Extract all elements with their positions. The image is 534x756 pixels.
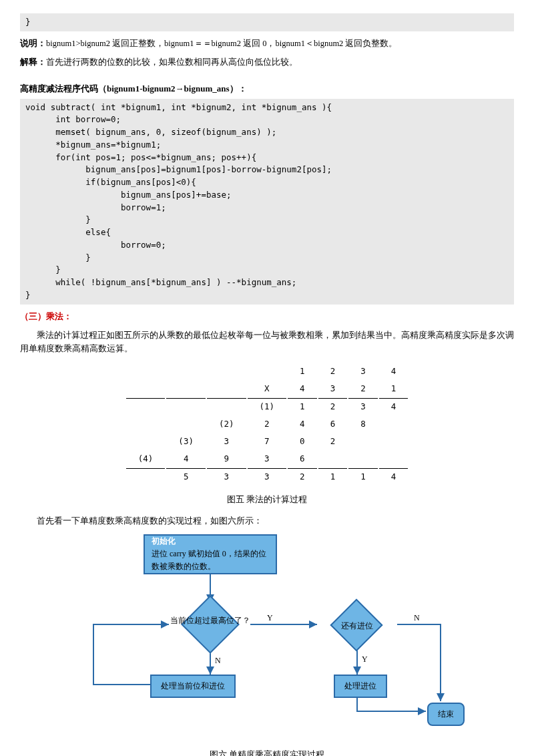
table-row: X4321: [126, 381, 408, 397]
label-y-2: Y: [362, 653, 368, 666]
table-row: (1)1234: [126, 398, 408, 415]
label-n-2: N: [414, 612, 420, 624]
section-subtract-title: 高精度减法程序代码（bignum1-bignum2→bignum_ans）：: [20, 82, 514, 96]
flow-init-box: 初始化 进位 carry 赋初始值 0，结果的位数被乘数的位数。: [144, 534, 277, 574]
table-row: (4)4936: [126, 451, 408, 467]
figure-5-caption: 图五 乘法的计算过程: [20, 493, 514, 506]
table-row: (3)3702: [126, 433, 408, 449]
note-label-2: 解释：: [20, 57, 46, 67]
mult-paragraph-2: 首先看一下单精度数乘高精度数的实现过程，如图六所示：: [20, 514, 514, 528]
note-shuoming: 说明：bignum1>bignum2 返回正整数，bignum1＝＝bignum…: [20, 37, 514, 50]
note-jieshi: 解释：首先进行两数的位数的比较，如果位数相同再从高位向低位比较。: [20, 55, 514, 69]
multiplication-table: 1234 X4321 (1)1234 (2)2468 (3)3702 (4)49…: [125, 362, 409, 486]
figure-6-caption: 图六 单精度乘高精度实现过程: [20, 748, 514, 756]
label-y: Y: [267, 612, 273, 624]
flow-diamond-1-label: 当前位超过最高位了？: [164, 614, 257, 627]
table-row: (2)2468: [126, 416, 408, 432]
code-block-subtract: void subtract( int *bignum1, int *bignum…: [20, 99, 514, 305]
flow-init-title: 初始化: [152, 535, 176, 548]
table-row: 1234: [126, 363, 408, 379]
mult-paragraph: 乘法的计算过程正如图五所示的从乘数的最低位起枚举每一位与被乘数相乘，累加到结果当…: [20, 329, 514, 355]
flow-process-1: 处理当前位和进位: [150, 675, 236, 698]
note-text-2: 首先进行两数的位数的比较，如果位数相同再从高位向低位比较。: [46, 57, 298, 67]
code-block-compare-end: }: [20, 13, 514, 31]
flowchart: 初始化 进位 carry 赋初始值 0，结果的位数被乘数的位数。 当前位超过最高…: [53, 534, 481, 735]
note-label: 说明：: [20, 39, 46, 48]
table-row: 5332114: [126, 468, 408, 485]
flow-process-2: 处理进位: [334, 675, 387, 698]
flow-init-text: 进位 carry 赋初始值 0，结果的位数被乘数的位数。: [152, 548, 269, 573]
note-text: bignum1>bignum2 返回正整数，bignum1＝＝bignum2 返…: [46, 39, 397, 48]
label-n: N: [215, 654, 221, 667]
flow-diamond-2-label: 还有进位: [310, 620, 404, 632]
section-mult-title: （三）乘法：: [20, 310, 514, 323]
flow-end: 结束: [427, 703, 465, 726]
